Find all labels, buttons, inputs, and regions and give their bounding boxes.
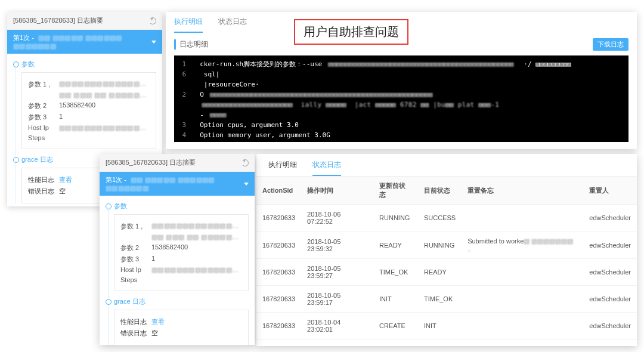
panel-title: [586385_167820633] 日志摘要 [106, 158, 196, 167]
grace-log-card: 性能日志查看 错误日志空 [114, 310, 249, 345]
param1-value2-redacted: ▧▧ ▧▧▧ ▧▧ ▧▧▧▧▧▧▧ ▧▧ [59, 91, 150, 99]
actionsid-cell: 167820633 [256, 259, 301, 286]
err-log-value: 空 [59, 187, 66, 196]
run-selector[interactable]: 第1次 - ▧▧ ▧▧▧▧▧ ▧▧▧▧▧▧ ▧▧▧▧▧▧▧ [100, 172, 255, 196]
section-grace: grace 日志 [114, 297, 249, 306]
perf-log-link[interactable]: 查看 [59, 175, 72, 184]
memo-cell [462, 286, 583, 313]
terminal-line: 5 Option buUser, argumen ▧▧▧▧▧▧▧ [179, 140, 624, 142]
actionsid-cell: 167820633 [256, 205, 301, 231]
optime-cell: 2018-10-05 23:59:27 [301, 259, 373, 286]
terminal-line: 4 Option memory user, argument 3.0G [179, 130, 624, 140]
hostip-label: Host Ip [120, 266, 147, 274]
prev-status-cell: READY [373, 231, 418, 259]
params-card: 参数 1 ,▧▧▧▧▧▧▧▧▧▧▧▧▧▧▧▧▧▧▧▧ ▧▧ ▧▧▧ ▧▧ ▧▧▧… [114, 214, 249, 291]
actionsid-cell: 167820633 [256, 286, 301, 313]
memo-cell [462, 259, 583, 286]
col-prev: 更新前状态 [373, 177, 418, 205]
tab-exec-detail[interactable]: 执行明细 [268, 160, 297, 176]
cur-status-cell: TIME_OK [418, 286, 462, 313]
col-optime: 操作时间 [301, 177, 373, 205]
actionsid-cell: 167820633 [256, 231, 301, 259]
cur-status-cell: INIT [418, 313, 462, 339]
param2-label: 参数 2 [120, 243, 147, 252]
refresh-icon[interactable] [149, 17, 156, 24]
param2-label: 参数 2 [28, 101, 54, 110]
prev-status-cell: CREATE [373, 313, 418, 339]
table-row[interactable]: 1678206332018-10-04 23:02:01CREATEINITed… [256, 313, 637, 339]
param3-label: 参数 3 [28, 113, 54, 122]
terminal-line: 2 O▧▧▧▧▧▧▧▧▧▧▧▧▧▧▧▧▧▧▧▧▧▧▧▧▧▧▧▧▧▧▧▧▧▧▧▧▧… [179, 89, 624, 100]
panel-title: [586385_167820633] 日志摘要 [13, 16, 103, 25]
hostip-value-redacted: ▧▧▧▧▧▧▧▧▧▧▧▧▧▧▧ ▧▧▧▧▧ [59, 124, 150, 132]
prev-status-cell: TIME_OK [373, 259, 418, 286]
col-cur: 目前状态 [418, 177, 462, 205]
resetter-cell: edwScheduler [583, 231, 637, 259]
prev-status-cell: INIT [373, 286, 418, 313]
terminal-line: -▧▧▧▧ [179, 110, 624, 120]
log-terminal[interactable]: 1 cker-run.sh脚本接受到的参数：--use▧▧▧▧▧▧▧▧▧▧▧▧▧… [174, 55, 628, 142]
param1-value-redacted: ▧▧▧▧▧▧▧▧▧▧▧▧▧▧▧▧▧▧▧▧ [59, 80, 150, 89]
status-table: ActionSid 操作时间 更新前状态 目前状态 重置备忘 重置人 16782… [256, 177, 637, 339]
prev-status-cell: RUNNING [373, 205, 418, 231]
hostip-value-redacted: ▧▧▧▧▧▧▧▧▧▧▧▧▧▧▧ ▧▧▧▧▧ [151, 266, 242, 274]
perf-log-link[interactable]: 查看 [151, 317, 165, 326]
timeline: 参数 参数 1 ,▧▧▧▧▧▧▧▧▧▧▧▧▧▧▧▧▧▧▧▧ ▧▧ ▧▧▧ ▧▧ … [100, 196, 255, 351]
col-resetter: 重置人 [583, 177, 637, 205]
terminal-line: 6 sql| [179, 69, 624, 79]
tab-status-log[interactable]: 状态日志 [312, 160, 341, 176]
terminal-line: ▧▧▧▧▧▧▧▧▧▧▧▧▧▧▧▧▧▧▧▧▧▧ ially ▧▧▧▧▧ |act … [179, 100, 624, 110]
refresh-icon[interactable] [242, 159, 249, 166]
param1-value-redacted: ▧▧▧▧▧▧▧▧▧▧▧▧▧▧▧▧▧▧▧▧ [151, 222, 242, 231]
memo-cell: Submitted to worke▧ ▧▧▧▧▧▧▧ .. [462, 231, 583, 259]
run-prefix: 第1次 - [106, 176, 126, 183]
hostip-label: Host Ip [28, 124, 54, 132]
panel-header: [586385_167820633] 日志摘要 [7, 12, 162, 30]
section-params: 参数 [21, 60, 156, 69]
param3-value: 1 [151, 255, 155, 264]
resetter-cell: edwScheduler [583, 313, 637, 339]
log-detail-title: 日志明细 [174, 39, 208, 50]
terminal-line: 1 cker-run.sh脚本接受到的参数：--use▧▧▧▧▧▧▧▧▧▧▧▧▧… [179, 59, 624, 69]
status-log-panel: 执行明细 状态日志 ActionSid 操作时间 更新前状态 目前状态 重置备忘… [256, 154, 637, 346]
err-log-value: 空 [151, 329, 158, 338]
run-prefix: 第1次 - [13, 34, 34, 41]
cur-status-cell: READY [418, 259, 462, 286]
cur-status-cell: RUNNING [418, 231, 462, 259]
optime-cell: 2018-10-05 23:59:17 [301, 286, 373, 313]
table-row[interactable]: 1678206332018-10-06 07:22:52RUNNINGSUCCE… [256, 205, 637, 231]
tab-status-log[interactable]: 状态日志 [218, 17, 247, 33]
table-row[interactable]: 1678206332018-10-05 23:59:17INITTIME_OKe… [256, 286, 637, 313]
resetter-cell: edwScheduler [583, 259, 637, 286]
log-summary-panel-2: [586385_167820633] 日志摘要 第1次 - ▧▧ ▧▧▧▧▧ ▧… [100, 154, 255, 345]
perf-log-label: 性能日志 [120, 317, 147, 326]
memo-cell [462, 205, 583, 231]
section-params: 参数 [114, 202, 249, 211]
param2-value: 1538582400 [59, 101, 95, 110]
steps-label: Steps [120, 276, 147, 283]
param2-value: 1538582400 [151, 243, 188, 252]
terminal-line: 3 Option cpus, argument 3.0 [179, 120, 624, 130]
table-row[interactable]: 1678206332018-10-05 23:59:32READYRUNNING… [256, 231, 637, 259]
col-memo: 重置备忘 [462, 177, 583, 205]
memo-cell [462, 313, 583, 339]
optime-cell: 2018-10-04 23:02:01 [301, 313, 373, 339]
resetter-cell: edwScheduler [583, 205, 637, 231]
err-log-label: 错误日志 [28, 187, 54, 196]
perf-log-label: 性能日志 [28, 175, 54, 184]
param1-value2-redacted: ▧▧ ▧▧▧ ▧▧ ▧▧▧▧▧▧▧ ▧▧ [151, 233, 242, 241]
highlight-title: 用户自助排查问题 [294, 19, 408, 45]
chevron-down-icon [244, 183, 249, 186]
param1-label: 参数 1 , [120, 222, 147, 231]
table-row[interactable]: 1678206332018-10-05 23:59:27TIME_OKREADY… [256, 259, 637, 286]
optime-cell: 2018-10-06 07:22:52 [301, 205, 373, 231]
run-selector[interactable]: 第1次 - ▧▧ ▧▧▧▧▧ ▧▧▧▧▧▧ ▧▧▧▧▧▧▧ [7, 30, 162, 54]
download-log-button[interactable]: 下载日志 [593, 38, 628, 51]
param3-label: 参数 3 [120, 255, 147, 264]
param1-label: 参数 1 , [28, 80, 54, 89]
tab-exec-detail[interactable]: 执行明细 [174, 17, 203, 33]
resetter-cell: edwScheduler [583, 286, 637, 313]
tabs: 执行明细 状态日志 [256, 154, 637, 177]
err-log-label: 错误日志 [120, 329, 147, 338]
cur-status-cell: SUCCESS [418, 205, 462, 231]
